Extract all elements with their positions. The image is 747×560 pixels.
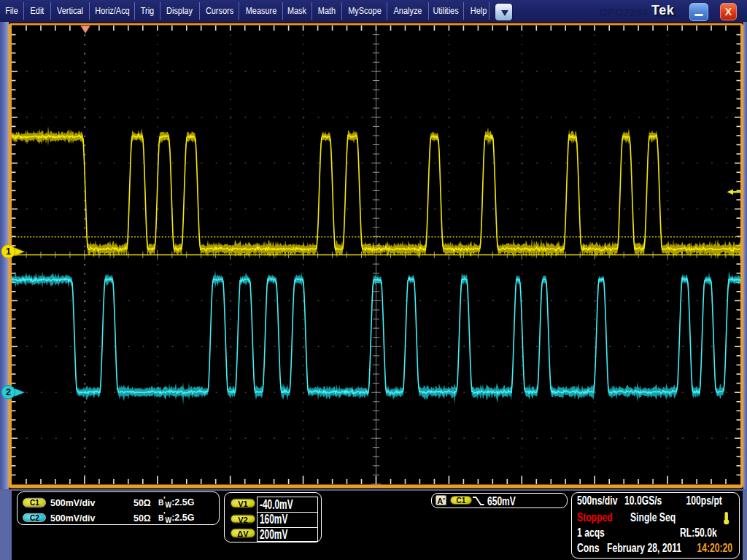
svg-text:2: 2 <box>6 387 11 397</box>
svg-text:1: 1 <box>6 246 11 257</box>
